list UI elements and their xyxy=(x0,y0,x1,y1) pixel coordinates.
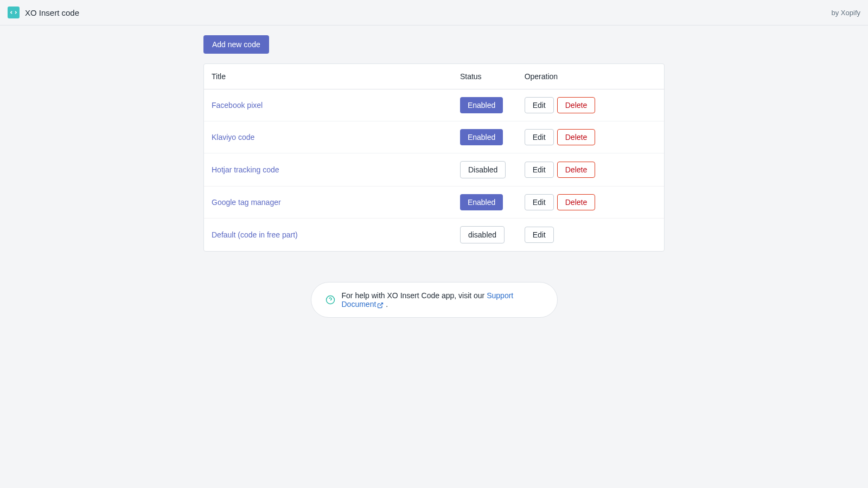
table-row: Klaviyo codeEnabledEditDelete xyxy=(204,121,664,153)
svg-line-2 xyxy=(380,303,383,306)
code-title-link[interactable]: Default (code in free part) xyxy=(212,230,298,239)
help-icon xyxy=(326,295,335,305)
codes-table-card: Title Status Operation Facebook pixelEna… xyxy=(203,63,665,252)
app-header: XO Insert code by Xopify xyxy=(0,0,868,25)
code-title-link[interactable]: Klaviyo code xyxy=(212,133,254,142)
code-title-link[interactable]: Facebook pixel xyxy=(212,101,263,110)
code-title-link[interactable]: Hotjar tracking code xyxy=(212,165,279,174)
edit-button[interactable]: Edit xyxy=(525,129,554,145)
status-toggle-button[interactable]: Enabled xyxy=(460,194,503,210)
code-title-link[interactable]: Google tag manager xyxy=(212,198,281,207)
edit-button[interactable]: Edit xyxy=(525,227,554,243)
add-new-code-button[interactable]: Add new code xyxy=(203,35,269,54)
column-header-operation: Operation xyxy=(517,64,664,89)
header-left: XO Insert code xyxy=(8,7,79,18)
delete-button[interactable]: Delete xyxy=(557,129,595,145)
table-row: Default (code in free part)disabledEdit xyxy=(204,219,664,252)
edit-button[interactable]: Edit xyxy=(525,162,554,178)
delete-button[interactable]: Delete xyxy=(557,194,595,210)
edit-button[interactable]: Edit xyxy=(525,194,554,210)
help-text: For help with XO Insert Code app, visit … xyxy=(342,291,543,309)
byline: by Xopify xyxy=(832,9,860,17)
status-toggle-button[interactable]: disabled xyxy=(460,226,505,243)
delete-button[interactable]: Delete xyxy=(557,162,595,178)
external-link-icon xyxy=(377,301,384,308)
app-icon xyxy=(8,7,20,18)
table-row: Hotjar tracking codeDisabledEditDelete xyxy=(204,153,664,187)
main-container: Add new code Title Status Operation Face… xyxy=(203,25,665,328)
codes-table: Title Status Operation Facebook pixelEna… xyxy=(204,64,664,251)
edit-button[interactable]: Edit xyxy=(525,97,554,113)
delete-button[interactable]: Delete xyxy=(557,97,595,113)
column-header-title: Title xyxy=(204,64,452,89)
table-row: Google tag managerEnabledEditDelete xyxy=(204,187,664,219)
help-box: For help with XO Insert Code app, visit … xyxy=(311,282,558,318)
app-title: XO Insert code xyxy=(25,8,79,17)
help-prefix: For help with XO Insert Code app, visit … xyxy=(342,291,487,300)
table-row: Facebook pixelEnabledEditDelete xyxy=(204,89,664,121)
column-header-status: Status xyxy=(452,64,517,89)
help-suffix: . xyxy=(384,300,388,309)
status-toggle-button[interactable]: Enabled xyxy=(460,97,503,113)
status-toggle-button[interactable]: Enabled xyxy=(460,129,503,145)
status-toggle-button[interactable]: Disabled xyxy=(460,161,506,178)
